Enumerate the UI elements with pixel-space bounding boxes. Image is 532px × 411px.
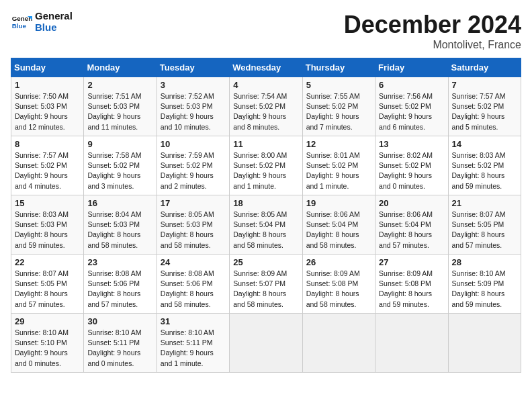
logo-line2: Blue [35,22,73,34]
col-wednesday: Wednesday [230,58,302,77]
svg-text:General: General [12,15,32,22]
table-row: 29Sunrise: 8:10 AMSunset: 5:10 PMDayligh… [11,314,84,373]
table-row: 19Sunrise: 8:06 AMSunset: 5:04 PMDayligh… [302,195,375,255]
table-row: 3Sunrise: 7:52 AMSunset: 5:03 PMDaylight… [157,77,229,136]
col-monday: Monday [84,58,157,77]
table-row: 14Sunrise: 8:03 AMSunset: 5:02 PMDayligh… [448,136,521,195]
table-row: 17Sunrise: 8:05 AMSunset: 5:03 PMDayligh… [157,195,229,255]
table-row: 21Sunrise: 8:07 AMSunset: 5:05 PMDayligh… [448,195,521,255]
month-title: December 2024 [344,11,521,39]
table-row: 6Sunrise: 7:56 AMSunset: 5:02 PMDaylight… [375,77,448,136]
table-row: 4Sunrise: 7:54 AMSunset: 5:02 PMDaylight… [230,77,302,136]
table-row: 2Sunrise: 7:51 AMSunset: 5:03 PMDaylight… [84,77,157,136]
table-row [448,314,521,373]
table-row: 28Sunrise: 8:10 AMSunset: 5:09 PMDayligh… [448,255,521,314]
logo-line1: General [35,11,73,22]
table-row: 20Sunrise: 8:06 AMSunset: 5:04 PMDayligh… [375,195,448,255]
table-row [375,314,448,373]
table-row: 8Sunrise: 7:57 AMSunset: 5:02 PMDaylight… [11,136,84,195]
table-row: 13Sunrise: 8:02 AMSunset: 5:02 PMDayligh… [375,136,448,195]
table-row: 10Sunrise: 7:59 AMSunset: 5:02 PMDayligh… [157,136,229,195]
col-sunday: Sunday [11,58,84,77]
table-row: 27Sunrise: 8:09 AMSunset: 5:08 PMDayligh… [375,255,448,314]
table-row: 30Sunrise: 8:10 AMSunset: 5:11 PMDayligh… [84,314,157,373]
table-row: 25Sunrise: 8:09 AMSunset: 5:07 PMDayligh… [230,255,302,314]
table-row: 16Sunrise: 8:04 AMSunset: 5:03 PMDayligh… [84,195,157,255]
table-row: 18Sunrise: 8:05 AMSunset: 5:04 PMDayligh… [230,195,302,255]
location: Montolivet, France [344,39,521,51]
logo-icon: General Blue [11,11,32,33]
table-row: 11Sunrise: 8:00 AMSunset: 5:02 PMDayligh… [230,136,302,195]
table-row: 7Sunrise: 7:57 AMSunset: 5:02 PMDaylight… [448,77,521,136]
table-row: 31Sunrise: 8:10 AMSunset: 5:11 PMDayligh… [157,314,229,373]
svg-text:Blue: Blue [12,21,27,29]
table-row: 9Sunrise: 7:58 AMSunset: 5:02 PMDaylight… [84,136,157,195]
col-friday: Friday [375,58,448,77]
table-row [302,314,375,373]
table-row: 24Sunrise: 8:08 AMSunset: 5:06 PMDayligh… [157,255,229,314]
table-row: 12Sunrise: 8:01 AMSunset: 5:02 PMDayligh… [302,136,375,195]
calendar-table: Sunday Monday Tuesday Wednesday Thursday… [11,58,521,373]
col-thursday: Thursday [302,58,375,77]
table-row: 26Sunrise: 8:09 AMSunset: 5:08 PMDayligh… [302,255,375,314]
title-section: December 2024 Montolivet, France [344,11,521,51]
table-row [230,314,302,373]
col-tuesday: Tuesday [157,58,229,77]
table-row: 5Sunrise: 7:55 AMSunset: 5:02 PMDaylight… [302,77,375,136]
header-row: Sunday Monday Tuesday Wednesday Thursday… [11,58,521,77]
page-header: General Blue General Blue December 2024 … [11,11,521,51]
logo: General Blue General Blue [11,11,73,33]
table-row: 22Sunrise: 8:07 AMSunset: 5:05 PMDayligh… [11,255,84,314]
col-saturday: Saturday [448,58,521,77]
table-row: 23Sunrise: 8:08 AMSunset: 5:06 PMDayligh… [84,255,157,314]
table-row: 15Sunrise: 8:03 AMSunset: 5:03 PMDayligh… [11,195,84,255]
table-row: 1Sunrise: 7:50 AMSunset: 5:03 PMDaylight… [11,77,84,136]
